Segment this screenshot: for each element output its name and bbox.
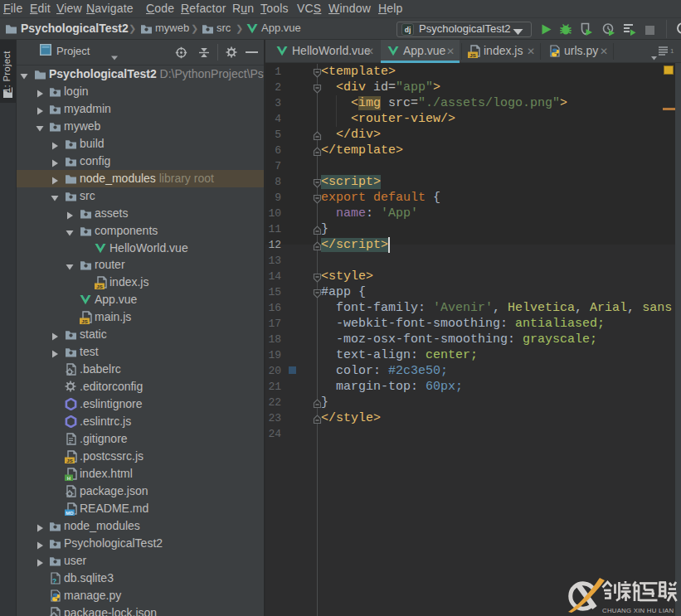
- svg-text:JS: JS: [469, 53, 475, 58]
- svg-text:JS: JS: [96, 284, 102, 289]
- svg-text:JS: JS: [81, 319, 87, 324]
- svg-text:dj: dj: [405, 26, 411, 34]
- svg-text:CHUANG XIN HU LIAN: CHUANG XIN HU LIAN: [602, 607, 674, 614]
- svg-text:JS: JS: [66, 458, 72, 463]
- svg-text:MD: MD: [66, 510, 74, 515]
- svg-text:?: ?: [52, 576, 56, 584]
- svg-text:H: H: [67, 475, 71, 480]
